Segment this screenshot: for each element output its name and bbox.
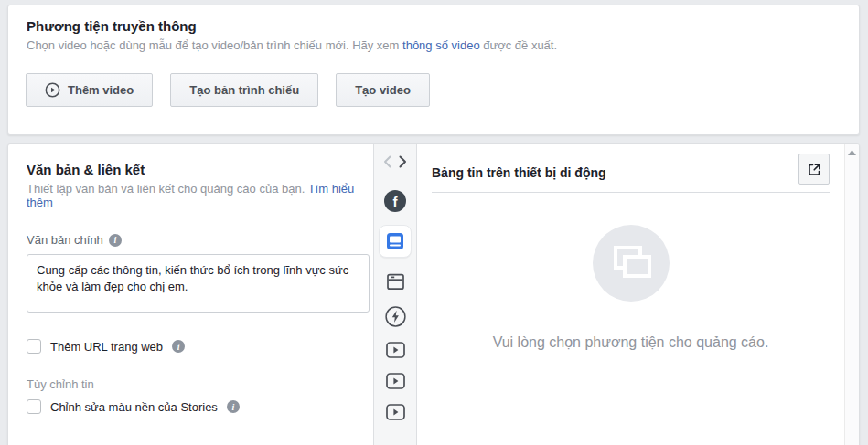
preview-scrollbar[interactable] [844,144,859,445]
preview-header: Bảng tin trên thiết bị di động [417,144,844,192]
placement-nav-column: f [373,144,417,445]
up-arrow-icon[interactable] [848,150,856,155]
info-icon[interactable]: i [109,234,122,247]
play-circle-icon [45,82,60,98]
desktop-feed-icon [386,272,405,291]
lightning-circle-icon [385,306,406,327]
placement-pager [383,155,407,168]
chevron-left-icon[interactable] [383,155,391,168]
video-play-rect-icon [386,373,405,389]
add-website-url-checkbox[interactable] [27,339,41,354]
info-icon[interactable]: i [172,340,185,353]
ad-preview-pane: Bảng tin trên thiết bị di động Vui lòng … [417,144,844,445]
text-links-card: Văn bản & liên kết Thiết lập văn bản và … [7,143,860,445]
edit-stories-bg-label: Chỉnh sửa màu nền của Stories [50,400,218,414]
expand-preview-button[interactable] [798,154,830,185]
external-link-icon [807,162,822,177]
placement-mobile-news-feed-selected[interactable] [379,225,412,258]
create-slideshow-button[interactable]: Tạo bản trình chiếu [170,73,318,107]
overlapping-frames-icon [593,225,670,302]
placement-in-stream-video-1[interactable] [386,342,405,358]
preview-empty-state: Vui lòng chọn phương tiện cho quảng cáo. [417,193,844,351]
facebook-logo-icon[interactable]: f [384,190,406,212]
edit-stories-bg-checkbox[interactable] [27,399,41,414]
preview-empty-message: Vui lòng chọn phương tiện cho quảng cáo. [493,334,769,351]
primary-text-label: Văn bản chính [27,233,103,247]
media-desc-text: Chọn video hoặc dùng mẫu để tạo video/bả… [27,38,402,52]
placement-instant-article[interactable] [385,306,406,327]
placement-desktop-news-feed[interactable] [386,272,405,291]
media-button-row: Thêm video Tạo bản trình chiếu Tạo video [19,73,848,107]
create-video-button[interactable]: Tạo video [336,73,430,107]
media-section-card: Phương tiện truyền thông Chọn video hoặc… [7,5,860,135]
video-specs-link[interactable]: thông số video [402,38,480,52]
primary-text-input[interactable]: Cung cấp các thông tin, kiến thức bổ ích… [27,254,370,313]
placement-in-stream-video-3[interactable] [386,404,405,420]
chevron-right-icon[interactable] [399,155,407,168]
placement-in-stream-video-2[interactable] [386,373,405,389]
mobile-feed-icon [386,232,404,250]
add-video-button[interactable]: Thêm video [26,73,153,107]
media-section-description: Chọn video hoặc dùng mẫu để tạo video/bả… [19,38,848,52]
preview-title: Bảng tin trên thiết bị di động [432,158,606,180]
text-links-description: Thiết lập văn bản và liên kết cho quảng … [19,182,362,209]
info-icon[interactable]: i [227,400,240,413]
video-play-rect-icon [386,342,405,358]
video-play-rect-icon [386,404,405,420]
media-desc-suffix: được đề xuất. [480,38,557,52]
customize-story-heading: Tùy chỉnh tin [19,377,362,391]
add-url-row: Thêm URL trang web i [19,339,362,354]
text-links-title: Văn bản & liên kết [19,159,362,177]
create-slideshow-button-label: Tạo bản trình chiếu [189,83,299,97]
text-links-desc-text: Thiết lập văn bản và liên kết cho quảng … [27,182,308,196]
edit-stories-bg-row: Chỉnh sửa màu nền của Stories i [19,399,362,414]
text-links-panel: Văn bản & liên kết Thiết lập văn bản và … [8,144,373,445]
add-website-url-label: Thêm URL trang web [50,340,163,354]
create-video-button-label: Tạo video [355,83,411,97]
add-video-button-label: Thêm video [68,83,134,97]
primary-text-label-row: Văn bản chính i [19,233,362,247]
media-section-title: Phương tiện truyền thông [19,16,848,34]
